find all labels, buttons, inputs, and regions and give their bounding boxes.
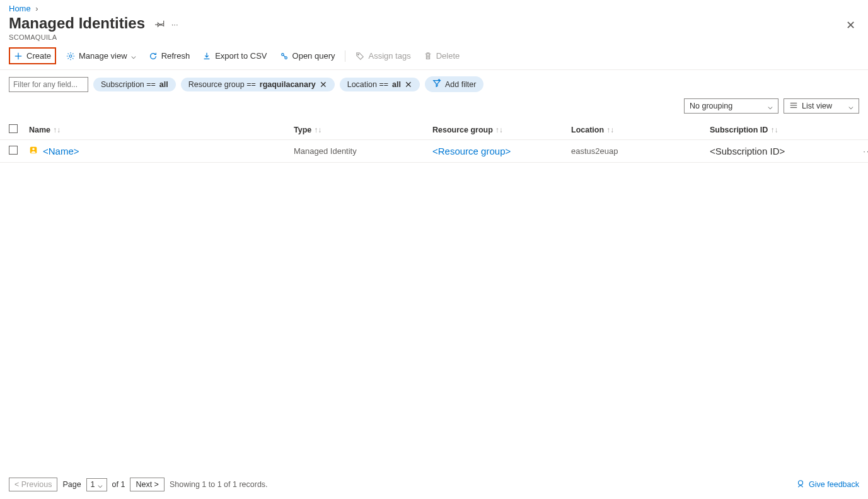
grid-header-row: Name↑↓ Type↑↓ Resource group↑↓ Location↑…: [0, 120, 868, 140]
close-icon[interactable]: ✕: [320, 80, 327, 89]
refresh-label: Refresh: [161, 51, 190, 61]
sort-icon: ↑↓: [495, 126, 503, 134]
add-filter-button[interactable]: Add filter: [425, 76, 483, 92]
resource-grid: Name↑↓ Type↑↓ Resource group↑↓ Location↑…: [0, 120, 868, 163]
gear-icon: [66, 52, 75, 61]
filter-bar: Subscription == all Resource group == rg…: [0, 70, 868, 92]
chevron-down-icon: ⌵: [768, 102, 773, 111]
grouping-dropdown[interactable]: No grouping ⌵: [684, 98, 778, 114]
cell-type: Managed Identity: [294, 146, 432, 156]
previous-page-button: < Previous: [9, 478, 57, 491]
more-menu-icon[interactable]: ···: [171, 20, 178, 29]
svg-point-4: [284, 56, 287, 59]
resource-group-link[interactable]: <Resource group>: [432, 146, 511, 156]
chevron-down-icon: ⌵: [98, 480, 103, 490]
query-icon: [280, 52, 289, 61]
filter-pill-resource-group[interactable]: Resource group == rgaquilacanary ✕: [181, 78, 335, 91]
command-bar: Create Manage view ⌵ Refresh Export to C…: [0, 41, 868, 70]
toolbar-separator: [345, 50, 345, 62]
filter-pill-subscription[interactable]: Subscription == all: [93, 78, 176, 91]
open-query-button[interactable]: Open query: [277, 49, 338, 62]
filter-add-icon: [432, 79, 441, 90]
pagination-bar: < Previous Page 1 ⌵ of 1 Next > Showing …: [0, 478, 868, 491]
filter-input[interactable]: [9, 77, 88, 92]
chevron-down-icon: ⌵: [848, 102, 854, 111]
filter-pill-location[interactable]: Location == all ✕: [340, 78, 420, 91]
add-filter-label: Add filter: [445, 80, 476, 89]
close-icon[interactable]: ✕: [405, 80, 412, 89]
pill-value: rgaquilacanary: [260, 80, 316, 89]
column-header-resource-group[interactable]: Resource group↑↓: [432, 126, 571, 134]
refresh-button[interactable]: Refresh: [146, 49, 193, 62]
chevron-right-icon: ›: [35, 4, 38, 13]
column-header-name[interactable]: Name↑↓: [29, 126, 294, 134]
identity-icon: [29, 146, 38, 156]
svg-point-13: [799, 480, 803, 484]
feedback-icon: [796, 479, 805, 490]
next-page-button[interactable]: Next >: [130, 478, 164, 491]
column-header-location[interactable]: Location↑↓: [571, 126, 710, 134]
pill-label: Location ==: [347, 80, 388, 89]
svg-point-3: [281, 53, 284, 56]
pill-label: Resource group ==: [188, 80, 256, 89]
svg-point-12: [32, 148, 35, 151]
export-csv-label: Export to CSV: [215, 51, 267, 61]
pill-value: all: [159, 80, 168, 89]
page-title: Managed Identities: [9, 15, 145, 32]
assign-tags-button: Assign tags: [353, 49, 413, 62]
resource-name-link[interactable]: <Name>: [43, 146, 79, 156]
sort-icon: ↑↓: [770, 126, 778, 134]
feedback-label: Give feedback: [809, 480, 859, 489]
give-feedback-button[interactable]: Give feedback: [796, 479, 859, 490]
trash-icon: [424, 52, 432, 61]
create-button[interactable]: Create: [9, 47, 56, 64]
plus-icon: [14, 52, 23, 61]
svg-point-2: [69, 55, 72, 57]
page-select[interactable]: 1 ⌵: [86, 478, 107, 491]
page-value: 1: [91, 480, 95, 489]
assign-tags-label: Assign tags: [368, 51, 410, 61]
open-query-label: Open query: [292, 51, 335, 61]
tag-icon: [356, 52, 364, 61]
breadcrumb-home[interactable]: Home: [9, 4, 31, 13]
refresh-icon: [149, 52, 158, 61]
page-label: Page: [62, 480, 81, 489]
manage-view-button[interactable]: Manage view ⌵: [64, 49, 139, 62]
svg-point-5: [358, 54, 359, 55]
close-icon[interactable]: ✕: [846, 15, 859, 32]
cell-subscription: <Subscription ID>: [710, 146, 848, 156]
select-all-checkbox[interactable]: [9, 124, 18, 133]
download-icon: [202, 52, 211, 61]
pin-icon[interactable]: [155, 18, 165, 30]
directory-subtitle: SCOMAQUILA: [9, 33, 846, 41]
row-checkbox[interactable]: [9, 146, 18, 155]
sort-icon: ↑↓: [53, 126, 61, 134]
sort-icon: ↑↓: [314, 126, 321, 134]
sort-icon: ↑↓: [606, 126, 614, 134]
view-mode-value: List view: [802, 102, 832, 110]
manage-view-label: Manage view: [79, 51, 127, 61]
delete-label: Delete: [436, 51, 460, 61]
view-mode-dropdown[interactable]: List view ⌵: [784, 98, 859, 114]
delete-button: Delete: [421, 49, 463, 62]
page-of-label: of 1: [112, 480, 125, 489]
record-summary: Showing 1 to 1 of 1 records.: [170, 480, 268, 489]
column-header-subscription[interactable]: Subscription ID↑↓: [710, 126, 848, 134]
table-row[interactable]: <Name> Managed Identity <Resource group>…: [0, 140, 868, 163]
list-icon: [789, 101, 798, 112]
pill-label: Subscription ==: [101, 80, 156, 89]
cell-location: eastus2euap: [571, 146, 710, 156]
chevron-down-icon: ⌵: [131, 51, 136, 61]
row-context-menu[interactable]: ···: [848, 146, 868, 156]
export-csv-button[interactable]: Export to CSV: [200, 49, 269, 62]
breadcrumb: Home ›: [0, 0, 868, 15]
column-header-type[interactable]: Type↑↓: [294, 126, 432, 134]
create-label: Create: [26, 51, 51, 61]
pill-value: all: [392, 80, 401, 89]
grouping-value: No grouping: [690, 102, 732, 110]
